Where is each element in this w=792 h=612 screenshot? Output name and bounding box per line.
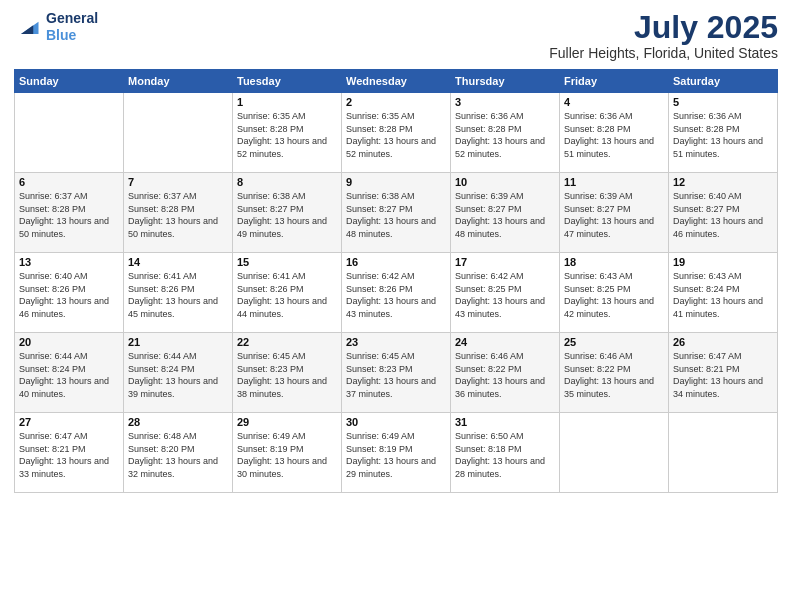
day-cell: 30Sunrise: 6:49 AMSunset: 8:19 PMDayligh…: [342, 413, 451, 493]
day-cell: 31Sunrise: 6:50 AMSunset: 8:18 PMDayligh…: [451, 413, 560, 493]
day-cell: 2Sunrise: 6:35 AMSunset: 8:28 PMDaylight…: [342, 93, 451, 173]
day-cell: 24Sunrise: 6:46 AMSunset: 8:22 PMDayligh…: [451, 333, 560, 413]
day-cell: 15Sunrise: 6:41 AMSunset: 8:26 PMDayligh…: [233, 253, 342, 333]
day-cell: 25Sunrise: 6:46 AMSunset: 8:22 PMDayligh…: [560, 333, 669, 413]
day-number: 20: [19, 336, 119, 348]
day-cell: [124, 93, 233, 173]
day-cell: 23Sunrise: 6:45 AMSunset: 8:23 PMDayligh…: [342, 333, 451, 413]
day-cell: [560, 413, 669, 493]
day-info: Sunrise: 6:41 AMSunset: 8:26 PMDaylight:…: [237, 270, 337, 320]
day-number: 26: [673, 336, 773, 348]
day-cell: 4Sunrise: 6:36 AMSunset: 8:28 PMDaylight…: [560, 93, 669, 173]
day-number: 5: [673, 96, 773, 108]
day-info: Sunrise: 6:42 AMSunset: 8:25 PMDaylight:…: [455, 270, 555, 320]
day-number: 18: [564, 256, 664, 268]
week-row-3: 13Sunrise: 6:40 AMSunset: 8:26 PMDayligh…: [15, 253, 778, 333]
day-number: 30: [346, 416, 446, 428]
day-info: Sunrise: 6:44 AMSunset: 8:24 PMDaylight:…: [19, 350, 119, 400]
logo-line2: Blue: [46, 27, 98, 44]
day-cell: 5Sunrise: 6:36 AMSunset: 8:28 PMDaylight…: [669, 93, 778, 173]
day-cell: 14Sunrise: 6:41 AMSunset: 8:26 PMDayligh…: [124, 253, 233, 333]
day-info: Sunrise: 6:48 AMSunset: 8:20 PMDaylight:…: [128, 430, 228, 480]
day-info: Sunrise: 6:43 AMSunset: 8:24 PMDaylight:…: [673, 270, 773, 320]
day-number: 13: [19, 256, 119, 268]
day-number: 2: [346, 96, 446, 108]
day-number: 25: [564, 336, 664, 348]
weekday-row: SundayMondayTuesdayWednesdayThursdayFrid…: [15, 70, 778, 93]
logo-icon: [14, 13, 42, 41]
day-number: 27: [19, 416, 119, 428]
weekday-header-friday: Friday: [560, 70, 669, 93]
location-title: Fuller Heights, Florida, United States: [549, 45, 778, 61]
weekday-header-thursday: Thursday: [451, 70, 560, 93]
week-row-4: 20Sunrise: 6:44 AMSunset: 8:24 PMDayligh…: [15, 333, 778, 413]
day-info: Sunrise: 6:42 AMSunset: 8:26 PMDaylight:…: [346, 270, 446, 320]
day-number: 17: [455, 256, 555, 268]
day-cell: [15, 93, 124, 173]
day-cell: [669, 413, 778, 493]
day-cell: 10Sunrise: 6:39 AMSunset: 8:27 PMDayligh…: [451, 173, 560, 253]
day-info: Sunrise: 6:49 AMSunset: 8:19 PMDaylight:…: [346, 430, 446, 480]
weekday-header-wednesday: Wednesday: [342, 70, 451, 93]
month-title: July 2025: [549, 10, 778, 45]
day-number: 8: [237, 176, 337, 188]
week-row-2: 6Sunrise: 6:37 AMSunset: 8:28 PMDaylight…: [15, 173, 778, 253]
day-number: 15: [237, 256, 337, 268]
day-info: Sunrise: 6:46 AMSunset: 8:22 PMDaylight:…: [455, 350, 555, 400]
day-number: 9: [346, 176, 446, 188]
day-cell: 6Sunrise: 6:37 AMSunset: 8:28 PMDaylight…: [15, 173, 124, 253]
day-cell: 27Sunrise: 6:47 AMSunset: 8:21 PMDayligh…: [15, 413, 124, 493]
logo-text: General Blue: [46, 10, 98, 44]
day-number: 7: [128, 176, 228, 188]
week-row-1: 1Sunrise: 6:35 AMSunset: 8:28 PMDaylight…: [15, 93, 778, 173]
day-cell: 18Sunrise: 6:43 AMSunset: 8:25 PMDayligh…: [560, 253, 669, 333]
day-number: 22: [237, 336, 337, 348]
day-cell: 9Sunrise: 6:38 AMSunset: 8:27 PMDaylight…: [342, 173, 451, 253]
day-info: Sunrise: 6:37 AMSunset: 8:28 PMDaylight:…: [128, 190, 228, 240]
day-number: 19: [673, 256, 773, 268]
header: General Blue July 2025 Fuller Heights, F…: [14, 10, 778, 61]
logo: General Blue: [14, 10, 98, 44]
day-info: Sunrise: 6:38 AMSunset: 8:27 PMDaylight:…: [346, 190, 446, 240]
day-number: 28: [128, 416, 228, 428]
day-number: 14: [128, 256, 228, 268]
day-cell: 11Sunrise: 6:39 AMSunset: 8:27 PMDayligh…: [560, 173, 669, 253]
day-info: Sunrise: 6:36 AMSunset: 8:28 PMDaylight:…: [673, 110, 773, 160]
day-cell: 7Sunrise: 6:37 AMSunset: 8:28 PMDaylight…: [124, 173, 233, 253]
day-info: Sunrise: 6:38 AMSunset: 8:27 PMDaylight:…: [237, 190, 337, 240]
day-info: Sunrise: 6:45 AMSunset: 8:23 PMDaylight:…: [237, 350, 337, 400]
day-info: Sunrise: 6:47 AMSunset: 8:21 PMDaylight:…: [673, 350, 773, 400]
day-info: Sunrise: 6:46 AMSunset: 8:22 PMDaylight:…: [564, 350, 664, 400]
day-info: Sunrise: 6:37 AMSunset: 8:28 PMDaylight:…: [19, 190, 119, 240]
day-cell: 21Sunrise: 6:44 AMSunset: 8:24 PMDayligh…: [124, 333, 233, 413]
day-info: Sunrise: 6:47 AMSunset: 8:21 PMDaylight:…: [19, 430, 119, 480]
day-number: 11: [564, 176, 664, 188]
weekday-header-tuesday: Tuesday: [233, 70, 342, 93]
day-cell: 20Sunrise: 6:44 AMSunset: 8:24 PMDayligh…: [15, 333, 124, 413]
day-cell: 19Sunrise: 6:43 AMSunset: 8:24 PMDayligh…: [669, 253, 778, 333]
day-info: Sunrise: 6:41 AMSunset: 8:26 PMDaylight:…: [128, 270, 228, 320]
calendar-body: 1Sunrise: 6:35 AMSunset: 8:28 PMDaylight…: [15, 93, 778, 493]
day-number: 4: [564, 96, 664, 108]
logo-line1: General: [46, 10, 98, 27]
day-cell: 29Sunrise: 6:49 AMSunset: 8:19 PMDayligh…: [233, 413, 342, 493]
day-info: Sunrise: 6:39 AMSunset: 8:27 PMDaylight:…: [455, 190, 555, 240]
day-cell: 22Sunrise: 6:45 AMSunset: 8:23 PMDayligh…: [233, 333, 342, 413]
day-number: 3: [455, 96, 555, 108]
week-row-5: 27Sunrise: 6:47 AMSunset: 8:21 PMDayligh…: [15, 413, 778, 493]
weekday-header-monday: Monday: [124, 70, 233, 93]
day-info: Sunrise: 6:36 AMSunset: 8:28 PMDaylight:…: [564, 110, 664, 160]
title-block: July 2025 Fuller Heights, Florida, Unite…: [549, 10, 778, 61]
page: General Blue July 2025 Fuller Heights, F…: [0, 0, 792, 612]
day-info: Sunrise: 6:39 AMSunset: 8:27 PMDaylight:…: [564, 190, 664, 240]
weekday-header-saturday: Saturday: [669, 70, 778, 93]
day-info: Sunrise: 6:50 AMSunset: 8:18 PMDaylight:…: [455, 430, 555, 480]
day-info: Sunrise: 6:43 AMSunset: 8:25 PMDaylight:…: [564, 270, 664, 320]
day-info: Sunrise: 6:36 AMSunset: 8:28 PMDaylight:…: [455, 110, 555, 160]
day-number: 31: [455, 416, 555, 428]
day-info: Sunrise: 6:44 AMSunset: 8:24 PMDaylight:…: [128, 350, 228, 400]
day-info: Sunrise: 6:45 AMSunset: 8:23 PMDaylight:…: [346, 350, 446, 400]
day-info: Sunrise: 6:49 AMSunset: 8:19 PMDaylight:…: [237, 430, 337, 480]
svg-marker-1: [21, 25, 33, 34]
day-number: 10: [455, 176, 555, 188]
